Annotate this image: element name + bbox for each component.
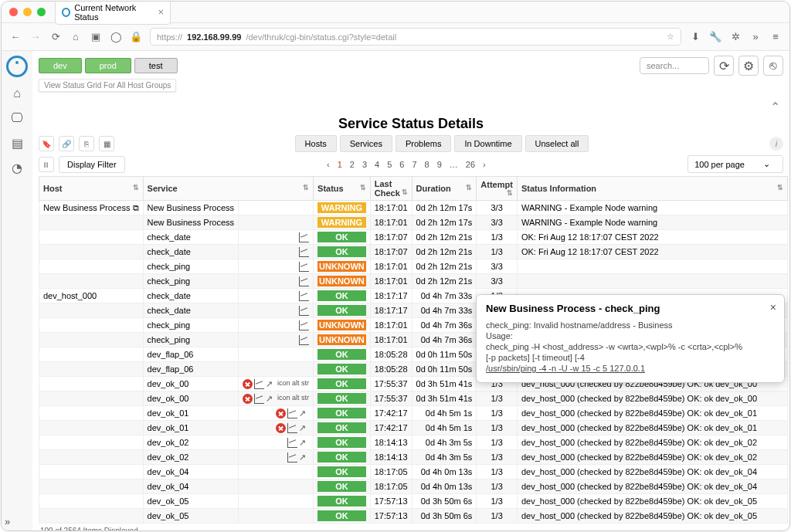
external-link-icon[interactable] bbox=[299, 452, 309, 463]
table-row[interactable]: dev_ok_01OK17:42:170d 4h 5m 1s1/3dev_hos… bbox=[39, 421, 788, 435]
shield-icon[interactable]: ◯ bbox=[110, 31, 122, 43]
disabled-icon[interactable] bbox=[243, 379, 253, 389]
menu-icon[interactable]: ≡ bbox=[769, 31, 782, 43]
cell-service[interactable]: check_ping bbox=[143, 259, 239, 274]
chart-icon[interactable] bbox=[299, 262, 309, 272]
env-test-button[interactable]: test bbox=[134, 58, 178, 73]
cell-service[interactable]: check_date bbox=[143, 230, 239, 245]
cell-service[interactable]: check_ping bbox=[143, 333, 239, 347]
chart-icon[interactable] bbox=[299, 335, 309, 345]
app-logo-icon[interactable] bbox=[6, 56, 28, 77]
bookmark-icon[interactable]: ☆ bbox=[667, 32, 674, 42]
cell-service[interactable]: dev_flap_06 bbox=[143, 362, 239, 377]
cell-service[interactable]: dev_ok_02 bbox=[143, 450, 239, 465]
page-‹[interactable]: ‹ bbox=[327, 160, 330, 169]
cell-service[interactable]: check_date bbox=[143, 303, 239, 318]
window-close[interactable] bbox=[9, 8, 18, 16]
refresh-button[interactable]: ⟳ bbox=[714, 56, 734, 76]
cell-service[interactable]: New Business Process bbox=[143, 215, 239, 230]
nav-home-icon[interactable]: ⌂ bbox=[70, 31, 82, 43]
page-7[interactable]: 7 bbox=[412, 160, 416, 169]
table-row[interactable]: dev_ok_02OK18:14:130d 4h 3m 5s1/3dev_hos… bbox=[39, 435, 788, 450]
tab-close-icon[interactable]: × bbox=[158, 6, 164, 18]
rail-home-icon[interactable]: ⌂ bbox=[8, 85, 25, 102]
table-row[interactable]: check_dateOK18:17:070d 2h 12m 21s1/3OK: … bbox=[39, 230, 788, 245]
chart-icon[interactable] bbox=[299, 320, 309, 330]
window-maximize[interactable] bbox=[37, 8, 46, 16]
cell-service[interactable]: dev_ok_02 bbox=[143, 435, 239, 450]
table-row[interactable]: dev_ok_05OK17:57:130d 3h 50m 6s1/3dev_ho… bbox=[39, 494, 788, 509]
cell-service[interactable]: dev_ok_05 bbox=[143, 494, 239, 509]
rail-gauge-icon[interactable]: ◔ bbox=[8, 159, 25, 176]
table-row[interactable]: dev_ok_05OK17:57:130d 3h 50m 6s1/3dev_ho… bbox=[39, 509, 788, 524]
collapse-icon[interactable]: ⌃ bbox=[770, 100, 780, 114]
lock-icon[interactable]: 🔒 bbox=[130, 31, 142, 43]
page-5[interactable]: 5 bbox=[387, 160, 392, 169]
external-link-icon[interactable] bbox=[299, 438, 309, 448]
extensions-icon[interactable]: ✲ bbox=[729, 31, 742, 43]
col-header-status[interactable]: Status⇅ bbox=[314, 177, 371, 201]
page-1[interactable]: 1 bbox=[338, 160, 342, 169]
per-page-select[interactable]: 100 per page⌄ bbox=[687, 155, 783, 173]
page-26[interactable]: 26 bbox=[466, 160, 475, 169]
col-header-status-information[interactable]: Status Information⇅ bbox=[517, 177, 787, 201]
chart-icon[interactable] bbox=[299, 247, 309, 257]
overflow-icon[interactable]: » bbox=[749, 31, 762, 43]
cell-service[interactable]: dev_ok_00 bbox=[143, 391, 239, 406]
display-filter-button[interactable]: Display Filter bbox=[59, 156, 125, 173]
page-4[interactable]: 4 bbox=[375, 160, 379, 169]
nav-download-icon[interactable]: ▣ bbox=[90, 31, 102, 43]
chart-icon[interactable] bbox=[299, 276, 309, 286]
popup-close-icon[interactable]: × bbox=[770, 301, 776, 313]
col-header-attempt[interactable]: Attempt⇅ bbox=[477, 177, 518, 201]
filter-services-button[interactable]: Services bbox=[340, 135, 392, 152]
cell-service[interactable]: dev_ok_05 bbox=[143, 509, 239, 524]
cell-service[interactable]: check_date bbox=[143, 245, 239, 259]
nav-forward-icon[interactable]: → bbox=[29, 31, 42, 43]
search-input[interactable]: search... bbox=[640, 57, 709, 74]
info-icon[interactable]: i bbox=[769, 137, 783, 151]
table-row[interactable]: dev_ok_00icon alt strOK17:55:370d 3h 51m… bbox=[39, 391, 788, 406]
cell-service[interactable]: check_ping bbox=[143, 318, 239, 333]
filter-problems-button[interactable]: Problems bbox=[396, 135, 451, 152]
rail-monitor-icon[interactable]: 🖵 bbox=[8, 110, 25, 127]
table-row[interactable]: dev_ok_01OK17:42:170d 4h 5m 1s1/3dev_hos… bbox=[39, 406, 788, 421]
external-link-icon[interactable] bbox=[266, 394, 276, 404]
columns-button[interactable]: ⫼ bbox=[39, 157, 54, 172]
chart-icon[interactable] bbox=[299, 291, 309, 301]
external-link-icon[interactable] bbox=[299, 423, 309, 433]
disabled-icon[interactable] bbox=[276, 423, 286, 433]
chart-icon[interactable] bbox=[287, 452, 297, 463]
filter-in-downtime-button[interactable]: In Downtime bbox=[454, 135, 521, 152]
filter-unselect-all-button[interactable]: Unselect all bbox=[525, 135, 589, 152]
external-link-icon[interactable] bbox=[299, 408, 309, 418]
cell-service[interactable]: dev_flap_06 bbox=[143, 347, 239, 362]
col-header-last-check[interactable]: Last Check⇅ bbox=[370, 177, 412, 201]
cell-service[interactable]: New Business Process bbox=[143, 201, 239, 215]
col-header-service[interactable]: Service⇅ bbox=[143, 177, 314, 201]
table-row[interactable]: dev_ok_02OK18:14:130d 4h 3m 5s1/3dev_hos… bbox=[39, 450, 788, 465]
chart-icon[interactable] bbox=[287, 408, 297, 418]
env-prod-button[interactable]: prod bbox=[85, 58, 131, 73]
table-row[interactable]: dev_ok_04OK18:17:050d 4h 0m 13s1/3dev_ho… bbox=[39, 479, 788, 494]
chart-icon[interactable] bbox=[299, 306, 309, 316]
window-minimize[interactable] bbox=[23, 8, 32, 16]
settings-button[interactable]: ⚙ bbox=[738, 56, 759, 76]
page-8[interactable]: 8 bbox=[425, 160, 429, 169]
cell-service[interactable]: dev_ok_01 bbox=[143, 406, 239, 421]
col-header-host[interactable]: Host⇅ bbox=[39, 177, 144, 201]
devtools-icon[interactable]: 🔧 bbox=[709, 31, 721, 43]
logout-button[interactable]: ⎋ bbox=[763, 56, 783, 76]
table-button[interactable]: ▦ bbox=[99, 136, 114, 151]
page-…[interactable]: … bbox=[450, 160, 458, 169]
cell-service[interactable]: check_ping bbox=[143, 274, 239, 289]
table-row[interactable]: check_dateOK18:17:070d 2h 12m 21s1/3OK: … bbox=[39, 245, 788, 259]
chart-icon[interactable] bbox=[254, 379, 264, 389]
cell-service[interactable]: check_date bbox=[143, 289, 239, 303]
cell-service[interactable]: dev_ok_04 bbox=[143, 479, 239, 494]
filter-hosts-button[interactable]: Hosts bbox=[295, 135, 337, 152]
page-6[interactable]: 6 bbox=[399, 160, 404, 169]
table-row[interactable]: dev_ok_04OK18:17:050d 4h 0m 13s1/3dev_ho… bbox=[39, 465, 788, 479]
disabled-icon[interactable] bbox=[276, 408, 286, 418]
bookmark-button[interactable]: 🔖 bbox=[39, 136, 54, 151]
